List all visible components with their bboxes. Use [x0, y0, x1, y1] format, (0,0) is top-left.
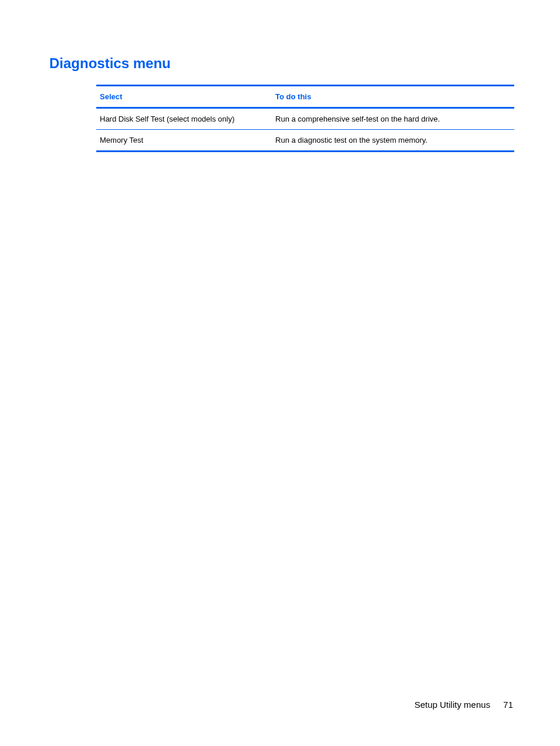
section-heading: Diagnostics menu — [49, 55, 513, 72]
table-header-select: Select — [96, 86, 272, 108]
table-cell-select: Hard Disk Self Test (select models only) — [96, 108, 272, 130]
diagnostics-table-wrap: Select To do this Hard Disk Self Test (s… — [96, 85, 514, 152]
table-header-todo: To do this — [272, 86, 514, 108]
footer-section-label: Setup Utility menus — [414, 700, 490, 710]
table-cell-select: Memory Test — [96, 130, 272, 152]
table-header-row: Select To do this — [96, 86, 514, 108]
table-cell-todo: Run a diagnostic test on the system memo… — [272, 130, 514, 152]
footer-page-number: 71 — [503, 700, 513, 710]
table-row: Memory Test Run a diagnostic test on the… — [96, 130, 514, 152]
diagnostics-table: Select To do this Hard Disk Self Test (s… — [96, 85, 514, 152]
table-cell-todo: Run a comprehensive self-test on the har… — [272, 108, 514, 130]
page-footer: Setup Utility menus 71 — [414, 700, 513, 710]
table-row: Hard Disk Self Test (select models only)… — [96, 108, 514, 130]
